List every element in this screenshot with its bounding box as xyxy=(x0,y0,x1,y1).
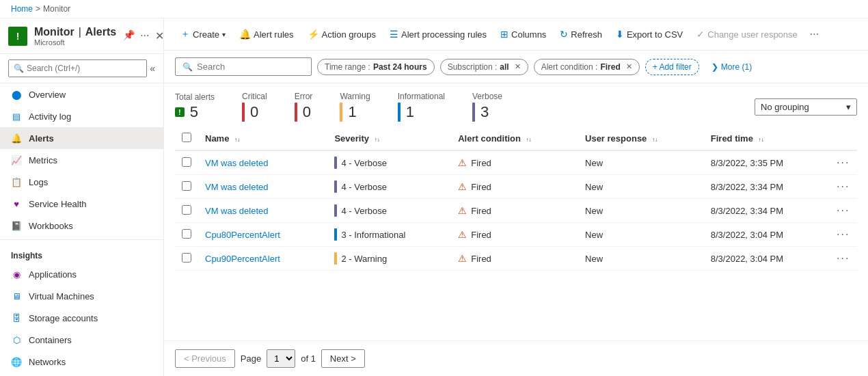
breadcrumb-home[interactable]: Home xyxy=(11,4,33,14)
alert-processing-button[interactable]: ☰ Alert processing rules xyxy=(384,25,492,44)
condition-text-1: Fired xyxy=(471,182,491,192)
severity-sort-icon[interactable]: ↑↓ xyxy=(375,137,380,143)
refresh-button[interactable]: ↻ Refresh xyxy=(554,25,608,44)
alerts-icon: 🔔 xyxy=(11,133,22,144)
insights-section-label: Insights xyxy=(0,243,163,263)
sidebar-item-workbooks[interactable]: 📓 Workbooks xyxy=(0,215,163,237)
grouping-dropdown[interactable]: No grouping ▾ xyxy=(755,98,857,116)
previous-button[interactable]: < Previous xyxy=(175,349,235,368)
select-all-checkbox[interactable] xyxy=(182,133,191,142)
sidebar-item-service-health[interactable]: ♥ Service Health xyxy=(0,193,163,215)
header-fired-time-col: Fired time ↑↓ xyxy=(704,127,830,150)
error-bar xyxy=(295,103,297,122)
row-actions-0[interactable]: ··· xyxy=(837,157,850,168)
subscription-filter[interactable]: Subscription : all ✕ xyxy=(440,59,528,75)
row-checkbox-3[interactable] xyxy=(182,229,191,239)
containers-icon: ⬡ xyxy=(11,334,22,345)
columns-button[interactable]: ⊞ Columns xyxy=(495,25,552,44)
filter-search-box[interactable]: 🔍 xyxy=(175,57,312,76)
row-actions-4[interactable]: ··· xyxy=(837,252,850,264)
sidebar-item-metrics[interactable]: 📈 Metrics xyxy=(0,149,163,171)
name-sort-icon[interactable]: ↑↓ xyxy=(234,137,240,143)
row-checkbox-1[interactable] xyxy=(182,181,191,191)
add-filter-button[interactable]: + Add filter xyxy=(645,59,699,75)
row-actions-cell: ··· xyxy=(830,223,857,247)
alerts-table: Name ↑↓ Severity ↑↓ Alert condition ↑↓ xyxy=(175,127,857,271)
row-severity-cell: 2 - Warning xyxy=(327,247,451,271)
fired-time-1: 8/3/2022, 3:34 PM xyxy=(711,182,783,192)
sidebar-item-logs[interactable]: 📋 Logs xyxy=(0,171,163,193)
toolbar-more-icon[interactable]: ··· xyxy=(806,25,823,43)
pin-icon[interactable]: 📌 xyxy=(123,29,135,42)
stat-total: Total alerts ! 5 xyxy=(175,92,215,121)
sidebar-app-title: Monitor xyxy=(34,25,74,38)
more-header-icon[interactable]: ··· xyxy=(140,29,149,42)
sidebar-item-applications[interactable]: ◉ Applications xyxy=(0,263,163,285)
pagination: < Previous Page 1 of 1 Next > xyxy=(164,340,868,376)
row-actions-cell: ··· xyxy=(830,175,857,199)
breadcrumb: Home > Monitor xyxy=(0,0,868,18)
row-name-cell[interactable]: Cpu80PercentAlert xyxy=(198,223,327,247)
severity-text-2: 4 - Verbose xyxy=(341,206,387,216)
header-condition-col: Alert condition ↑↓ xyxy=(451,127,578,150)
alert-condition-filter[interactable]: Alert condition : Fired ✕ xyxy=(534,59,640,75)
create-button[interactable]: ＋ Create ▾ xyxy=(175,24,231,44)
stat-informational: Informational 1 xyxy=(398,92,445,122)
row-checkbox-2[interactable] xyxy=(182,205,191,215)
row-checkbox-0[interactable] xyxy=(182,157,191,167)
sidebar-item-storage-accounts[interactable]: 🗄 Storage accounts xyxy=(0,307,163,329)
logs-icon: 📋 xyxy=(11,176,22,187)
alert-rules-button[interactable]: 🔔 Alert rules xyxy=(234,25,299,44)
row-actions-2[interactable]: ··· xyxy=(837,204,850,216)
next-button[interactable]: Next > xyxy=(321,349,365,368)
row-fired-time-cell: 8/3/2022, 3:34 PM xyxy=(704,199,830,223)
sidebar-header-icons: 📌 ··· ✕ xyxy=(123,29,163,42)
sidebar-item-alerts[interactable]: 🔔 Alerts xyxy=(0,127,163,149)
row-name-cell[interactable]: Cpu90PercentAlert xyxy=(198,247,327,271)
sidebar-search-input[interactable] xyxy=(8,59,147,77)
row-checkbox-4[interactable] xyxy=(182,253,191,263)
sidebar-item-containers[interactable]: ⬡ Containers xyxy=(0,329,163,351)
filter-bar: 🔍 Time range : Past 24 hours Subscriptio… xyxy=(164,51,868,83)
condition-sort-icon[interactable]: ↑↓ xyxy=(526,137,532,143)
severity-bar-1 xyxy=(334,180,337,193)
sidebar-item-virtual-machines[interactable]: 🖥 Virtual Machines xyxy=(0,285,163,307)
more-filters-button[interactable]: ❯ More (1) xyxy=(705,59,759,75)
of-label: of 1 xyxy=(301,353,316,364)
critical-bar xyxy=(242,103,245,122)
filter-search-input[interactable] xyxy=(197,62,304,72)
grouping-chevron-icon: ▾ xyxy=(846,102,851,112)
export-button[interactable]: ⬇ Export to CSV xyxy=(610,25,688,44)
page-select[interactable]: 1 xyxy=(267,349,295,368)
action-groups-button[interactable]: ⚡ Action groups xyxy=(302,25,382,44)
row-name-cell[interactable]: VM was deleted xyxy=(198,175,327,199)
row-response-cell: New xyxy=(578,175,704,199)
fired-time-2: 8/3/2022, 3:34 PM xyxy=(711,206,783,216)
grouping-label: No grouping xyxy=(761,102,809,112)
fired-time-sort-icon[interactable]: ↑↓ xyxy=(759,137,764,143)
row-actions-1[interactable]: ··· xyxy=(837,180,850,192)
severity-bar-3 xyxy=(334,228,337,241)
close-icon[interactable]: ✕ xyxy=(155,29,164,42)
create-icon: ＋ xyxy=(180,28,190,40)
stat-warning: Warning 1 xyxy=(340,92,370,122)
time-range-filter[interactable]: Time range : Past 24 hours xyxy=(317,59,435,75)
change-response-button[interactable]: ✓ Change user response xyxy=(691,25,803,44)
sidebar-item-activity-log[interactable]: ▤ Activity log xyxy=(0,105,163,127)
row-name-cell[interactable]: VM was deleted xyxy=(198,199,327,223)
row-condition-cell: ⚠ Fired xyxy=(451,199,578,223)
row-condition-cell: ⚠ Fired xyxy=(451,175,578,199)
stat-error: Error 0 xyxy=(295,92,313,122)
sidebar-page-title: Alerts xyxy=(85,25,116,38)
stat-critical: Critical 0 xyxy=(242,92,267,122)
sidebar-collapse-button[interactable]: « xyxy=(150,63,155,74)
sidebar-item-overview[interactable]: ⬤ Overview xyxy=(0,83,163,105)
row-severity-cell: 4 - Verbose xyxy=(327,175,451,199)
alert-condition-filter-close[interactable]: ✕ xyxy=(626,62,632,71)
response-sort-icon[interactable]: ↑↓ xyxy=(652,137,657,143)
condition-text-3: Fired xyxy=(471,230,491,240)
row-actions-3[interactable]: ··· xyxy=(837,228,850,240)
row-name-cell[interactable]: VM was deleted xyxy=(198,150,327,175)
sidebar-item-networks[interactable]: 🌐 Networks xyxy=(0,351,163,373)
subscription-filter-close[interactable]: ✕ xyxy=(515,62,521,71)
